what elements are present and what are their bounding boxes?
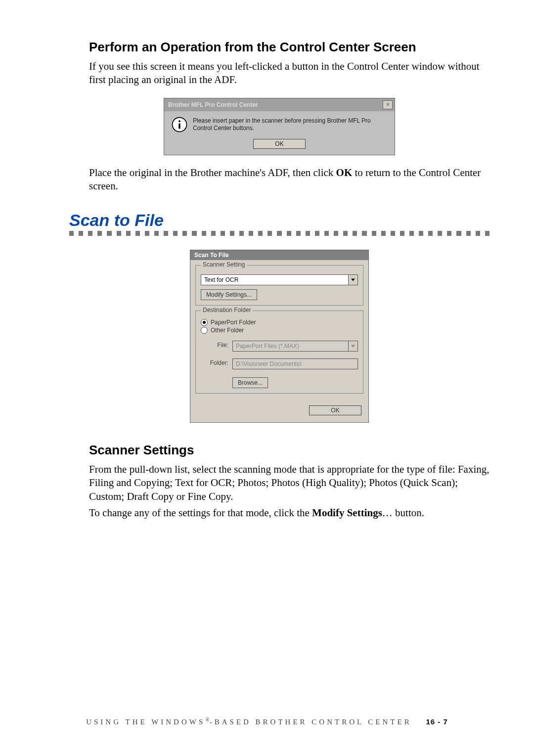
info-icon: [171, 116, 188, 133]
dialog-insert-paper: Brother MFL Pro Control Center ✕ Please …: [164, 98, 395, 155]
file-type-input: [233, 341, 348, 351]
text-fragment: Place the original in the Brother machin…: [89, 167, 336, 178]
registered-icon: ®: [205, 716, 209, 722]
footer-text-a: USING THE WINDOWS: [86, 718, 205, 726]
section-separator: [69, 231, 490, 236]
page-number: 16 - 7: [426, 717, 447, 726]
svg-point-1: [178, 120, 180, 122]
heading-scanner-settings: Scanner Settings: [89, 443, 490, 458]
radio-label-paperport: PaperPort Folder: [211, 319, 256, 326]
heading-perform-operation: Perform an Operation from the Control Ce…: [89, 40, 490, 55]
text-bold-ok: OK: [336, 167, 353, 178]
text-fragment: … button.: [382, 507, 424, 519]
legend-scanner-setting: Scanner Setting: [201, 261, 247, 268]
paragraph-scanner-settings-1: From the pull-down list, select the scan…: [89, 463, 490, 503]
footer-text-b: -BASED BROTHER CONTROL CENTER: [210, 718, 412, 726]
file-type-select: [232, 341, 358, 352]
heading-scan-to-file: Scan to File: [69, 211, 490, 230]
legend-destination-folder: Destination Folder: [201, 307, 253, 313]
radio-icon-selected: [201, 319, 208, 326]
browse-button[interactable]: Browse...: [232, 377, 268, 388]
scanner-mode-input[interactable]: [201, 275, 348, 285]
label-folder: Folder:: [201, 359, 228, 366]
svg-marker-4: [351, 345, 355, 348]
ok-button[interactable]: OK: [253, 139, 306, 149]
radio-paperport-folder[interactable]: PaperPort Folder: [201, 319, 358, 326]
modify-settings-button[interactable]: Modify Settings...: [201, 289, 257, 300]
ok-button[interactable]: OK: [309, 405, 361, 415]
text-bold-modify-settings: Modify Settings: [312, 507, 382, 519]
scanner-mode-select[interactable]: [201, 274, 358, 285]
dialog1-title: Brother MFL Pro Control Center: [168, 101, 258, 108]
label-file: File:: [201, 342, 228, 349]
dialog1-message: Please insert paper in the scanner befor…: [193, 117, 388, 132]
dialog2-title: Scan To File: [190, 250, 368, 260]
paragraph-perform-intro: If you see this screen it means you left…: [89, 60, 490, 87]
folder-path-input: [233, 359, 357, 369]
radio-other-folder[interactable]: Other Folder: [201, 327, 358, 334]
dialog-scan-to-file: Scan To File Scanner Setting Modify Sett…: [190, 250, 369, 423]
text-fragment: To change any of the settings for that m…: [89, 507, 312, 519]
paragraph-perform-after: Place the original in the Brother machin…: [89, 166, 490, 193]
folder-path-field: [232, 358, 358, 369]
svg-marker-3: [351, 279, 355, 281]
radio-label-other: Other Folder: [211, 327, 244, 334]
footer: USING THE WINDOWS®-BASED BROTHER CONTROL…: [0, 716, 534, 726]
chevron-down-icon: [348, 341, 357, 351]
radio-icon-unselected: [201, 327, 208, 334]
close-icon[interactable]: ✕: [383, 100, 393, 109]
group-scanner-setting: Scanner Setting Modify Settings...: [195, 265, 363, 306]
chevron-down-icon[interactable]: [348, 275, 357, 285]
svg-rect-2: [178, 123, 180, 129]
group-destination-folder: Destination Folder PaperPort Folder Othe…: [195, 311, 363, 394]
paragraph-scanner-settings-2: To change any of the settings for that m…: [89, 506, 490, 520]
close-glyph: ✕: [386, 101, 390, 108]
